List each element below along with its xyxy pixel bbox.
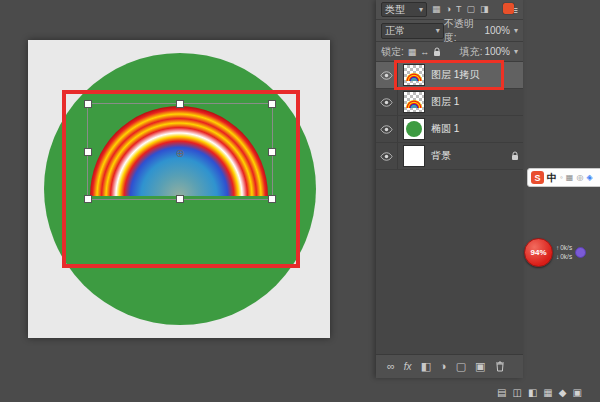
fill-label: 填充:: [460, 45, 483, 59]
tray-icon-1[interactable]: ▤: [497, 388, 506, 398]
layer-thumbnail[interactable]: [403, 91, 425, 113]
layers-panel-bottom-bar: ∞ fx ◧ ◑ ▢ ▣: [376, 354, 523, 378]
layer-name[interactable]: 背景: [431, 149, 451, 163]
layer-name[interactable]: 椭圆 1: [431, 122, 459, 136]
layers-panel: 类型 ▾ ▦ ◑ T ▢ ◨ ≡ 正常 ▾ 不透明度: 100% ▾ 锁定:: [376, 0, 523, 378]
annotation-red-box: [394, 60, 504, 90]
transform-handle-bottom-left[interactable]: [84, 195, 92, 203]
visibility-eye-icon[interactable]: [376, 143, 398, 169]
transform-center-point-icon[interactable]: ⊕: [175, 148, 184, 159]
transform-handle-bottom-mid[interactable]: [176, 195, 184, 203]
layer-mask-icon[interactable]: ◧: [421, 361, 431, 372]
widget-purple-icon[interactable]: [575, 247, 586, 258]
ime-language-mode[interactable]: 中: [547, 171, 557, 185]
input-method-toolbar[interactable]: S 中 ◦ ▦ ◎ ◈: [527, 168, 600, 187]
blend-mode-value: 正常: [385, 24, 405, 38]
sogou-logo-icon[interactable]: S: [531, 171, 544, 184]
link-layers-icon[interactable]: ∞: [387, 361, 395, 372]
lock-label: 锁定:: [381, 45, 404, 59]
red-indicator-icon: [503, 3, 514, 14]
download-arrow-icon: ↓: [556, 253, 559, 261]
layer-style-fx-icon[interactable]: fx: [404, 362, 412, 372]
lock-transparency-icon[interactable]: ▦: [408, 47, 417, 57]
upload-arrow-icon: ↑: [556, 244, 559, 252]
network-speed-widget[interactable]: 94% ↑0k/s ↓0k/s: [524, 238, 586, 267]
new-group-icon[interactable]: ▢: [456, 361, 466, 372]
layer-name[interactable]: 图层 1: [431, 95, 459, 109]
transform-handle-mid-left[interactable]: [84, 148, 92, 156]
adjustment-filter-icon[interactable]: ◑: [446, 5, 451, 14]
chevron-down-icon: ▾: [419, 5, 423, 14]
adjustment-layer-icon[interactable]: ◑: [440, 361, 447, 372]
ime-skin-icon[interactable]: ◈: [586, 174, 592, 182]
layer-row-background[interactable]: 背景: [376, 143, 523, 170]
opacity-label: 不透明度:: [444, 17, 483, 45]
network-percent-badge[interactable]: 94%: [524, 238, 553, 267]
chevron-down-icon: ▾: [514, 47, 518, 56]
tray-icon-3[interactable]: ◧: [528, 388, 537, 398]
ime-settings-icon[interactable]: ◎: [576, 174, 583, 182]
layer-filter-type-dropdown[interactable]: 类型 ▾: [381, 2, 427, 17]
ime-keyboard-icon[interactable]: ▦: [566, 174, 574, 182]
new-layer-icon[interactable]: ▣: [475, 361, 485, 372]
transform-handle-top-mid[interactable]: [176, 100, 184, 108]
transform-handle-top-left[interactable]: [84, 100, 92, 108]
layer-list: 图层 1拷贝 图层 1 椭圆 1 背景: [376, 62, 523, 354]
fill-value[interactable]: 100%: [484, 46, 510, 57]
lock-position-icon[interactable]: ↔: [420, 47, 429, 57]
pixel-filter-icon[interactable]: ▦: [432, 5, 441, 14]
opacity-value[interactable]: 100%: [484, 25, 510, 36]
filter-type-label: 类型: [385, 3, 405, 17]
tray-icon-4[interactable]: ▦: [543, 388, 552, 398]
layer-thumbnail[interactable]: [403, 118, 425, 140]
network-speeds: ↑0k/s ↓0k/s: [556, 244, 572, 261]
layer-row-ellipse1[interactable]: 椭圆 1: [376, 116, 523, 143]
transform-bounding-box[interactable]: ⊕: [87, 103, 273, 200]
taskbar-tray: ▤ ◫ ◧ ▦ ◆ ▣: [497, 388, 582, 398]
ime-punctuation-icon[interactable]: ◦: [560, 174, 563, 182]
upload-speed: 0k/s: [560, 244, 572, 252]
shape-filter-icon[interactable]: ▢: [466, 5, 475, 14]
lock-all-icon[interactable]: [433, 47, 441, 57]
chevron-down-icon: ▾: [514, 26, 518, 35]
tray-icon-5[interactable]: ◆: [559, 388, 567, 398]
lock-fill-row: 锁定: ▦ ↔ 填充: 100% ▾: [376, 42, 523, 62]
delete-layer-trash-icon[interactable]: [495, 361, 505, 372]
visibility-eye-icon[interactable]: [376, 89, 398, 115]
download-speed: 0k/s: [560, 253, 572, 261]
blend-opacity-row: 正常 ▾ 不透明度: 100% ▾: [376, 20, 523, 42]
tray-icon-2[interactable]: ◫: [512, 388, 521, 398]
blend-mode-dropdown[interactable]: 正常 ▾: [381, 23, 444, 39]
background-lock-icon: [511, 151, 519, 161]
photoshop-workspace: ⊕ 类型 ▾ ▦ ◑ T ▢ ◨ ≡ 正常 ▾ 不透明度: 100% ▾: [0, 0, 600, 402]
layer-row-layer1[interactable]: 图层 1: [376, 89, 523, 116]
smart-object-filter-icon[interactable]: ◨: [480, 5, 489, 14]
transform-handle-top-right[interactable]: [268, 100, 276, 108]
type-filter-icon[interactable]: T: [456, 5, 462, 14]
transform-handle-mid-right[interactable]: [268, 148, 276, 156]
network-percent-value: 94%: [530, 248, 546, 257]
layer-thumbnail[interactable]: [403, 145, 425, 167]
visibility-eye-icon[interactable]: [376, 116, 398, 142]
chevron-down-icon: ▾: [436, 26, 440, 35]
tray-icon-6[interactable]: ▣: [573, 388, 582, 398]
transform-handle-bottom-right[interactable]: [268, 195, 276, 203]
